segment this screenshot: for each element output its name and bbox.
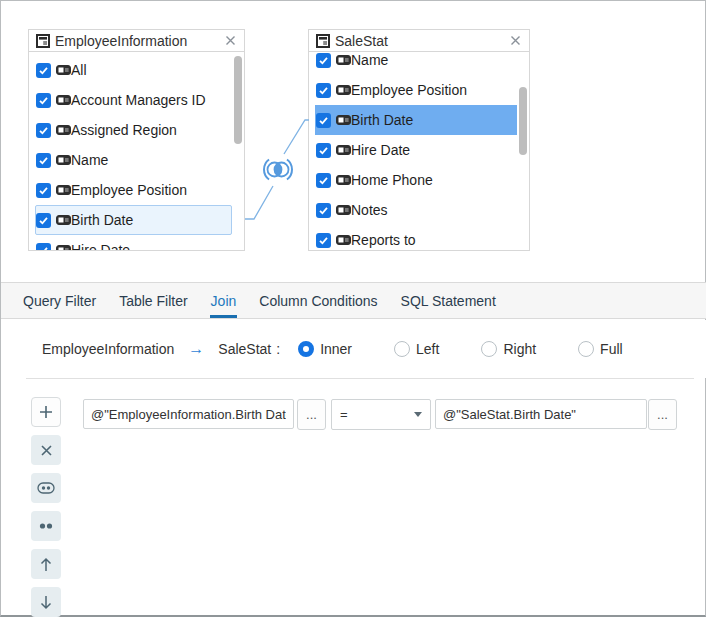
scrollbar-thumb[interactable] — [519, 87, 527, 155]
inner-join-icon[interactable] — [264, 160, 292, 180]
field-label: Assigned Region — [71, 122, 177, 138]
field-row[interactable]: Hire Date — [315, 135, 517, 165]
field-icon — [336, 55, 351, 65]
checkbox-checked[interactable] — [36, 153, 51, 168]
operator-value: = — [340, 407, 348, 422]
field-icon — [56, 125, 71, 135]
checkbox-checked[interactable] — [36, 63, 51, 78]
scrollbar[interactable] — [519, 54, 527, 248]
field-icon — [336, 85, 351, 95]
field-icon — [56, 185, 71, 195]
field-list: NameEmployee PositionBirth DateHire Date… — [309, 52, 529, 250]
radio-label: Full — [600, 341, 623, 357]
checkbox-checked[interactable] — [36, 243, 51, 251]
tab-join[interactable]: Join — [210, 283, 238, 318]
two-dots-icon — [38, 522, 54, 530]
tab-query-filter[interactable]: Query Filter — [22, 283, 97, 318]
caret-down-icon — [414, 412, 422, 417]
right-expression-input[interactable] — [435, 399, 647, 429]
radio-button-icon[interactable] — [481, 341, 497, 357]
field-icon — [336, 175, 351, 185]
radio-label: Inner — [320, 341, 352, 357]
field-row[interactable]: Notes — [315, 195, 517, 225]
separator — [26, 378, 694, 379]
checkbox-checked[interactable] — [316, 233, 331, 248]
field-row[interactable]: Home Phone — [315, 165, 517, 195]
check-icon — [38, 95, 49, 106]
radio-inner[interactable]: Inner — [298, 341, 352, 357]
radio-button-icon[interactable] — [394, 341, 410, 357]
check-icon — [38, 125, 49, 136]
delete-condition-button[interactable] — [31, 435, 61, 465]
radio-full[interactable]: Full — [578, 341, 623, 357]
field-row[interactable]: Name — [35, 145, 232, 175]
field-label: Account Managers ID — [71, 92, 206, 108]
field-row[interactable]: Hire Date — [35, 235, 232, 250]
field-row[interactable]: Account Managers ID — [35, 85, 232, 115]
tab-table-filter[interactable]: Table Filter — [118, 283, 188, 318]
check-icon — [38, 65, 49, 76]
table-icon — [36, 34, 50, 48]
checkbox-checked[interactable] — [36, 93, 51, 108]
field-row[interactable]: Assigned Region — [35, 115, 232, 145]
checkbox-checked[interactable] — [316, 83, 331, 98]
query-designer: EmployeeInformation AllAccount Managers … — [0, 0, 706, 617]
join-type-radio-group: InnerLeftRightFull — [298, 341, 665, 357]
tab-sql-statement[interactable]: SQL Statement — [400, 283, 497, 318]
group-conditions-button[interactable] — [31, 473, 61, 503]
radio-right[interactable]: Right — [481, 341, 536, 357]
field-row[interactable]: Employee Position — [315, 75, 517, 105]
checkbox-checked[interactable] — [36, 213, 51, 228]
close-icon[interactable] — [223, 34, 237, 48]
field-icon — [56, 245, 71, 250]
tab-bar: Query FilterTable FilterJoinColumn Condi… — [1, 282, 706, 319]
move-down-button[interactable] — [31, 587, 61, 617]
ungroup-conditions-button[interactable] — [31, 511, 61, 541]
field-row[interactable]: Name — [315, 52, 517, 75]
field-icon — [336, 235, 351, 245]
radio-label: Left — [416, 341, 439, 357]
tab-column-conditions[interactable]: Column Conditions — [258, 283, 378, 318]
field-label: Hire Date — [71, 242, 130, 250]
operator-select[interactable]: = — [331, 399, 431, 430]
field-row[interactable]: Birth Date — [35, 205, 232, 235]
join-colon: : — [276, 341, 280, 357]
join-connector — [241, 106, 321, 231]
radio-button-icon[interactable] — [298, 341, 314, 357]
panel-employee-information: EmployeeInformation AllAccount Managers … — [28, 29, 245, 251]
field-icon — [56, 215, 71, 225]
field-label: Birth Date — [71, 212, 133, 228]
checkbox-checked[interactable] — [36, 183, 51, 198]
field-label: Employee Position — [351, 82, 467, 98]
arrow-right-icon: → — [188, 340, 204, 358]
field-label: Notes — [351, 202, 388, 218]
checkbox-checked[interactable] — [36, 123, 51, 138]
join-right-table: SaleStat — [218, 341, 271, 357]
browse-right-button[interactable]: ... — [648, 399, 677, 430]
field-row[interactable]: Birth Date — [315, 105, 517, 135]
field-row[interactable]: Reports to — [315, 225, 517, 250]
close-icon[interactable] — [508, 34, 522, 48]
radio-button-icon[interactable] — [578, 341, 594, 357]
field-row[interactable]: Employee Position — [35, 175, 232, 205]
panel-header: SaleStat — [309, 30, 529, 52]
radio-label: Right — [503, 341, 536, 357]
field-row[interactable]: All — [35, 55, 232, 85]
field-list: AllAccount Managers IDAssigned RegionNam… — [29, 52, 244, 250]
radio-left[interactable]: Left — [394, 341, 439, 357]
field-label: Home Phone — [351, 172, 433, 188]
join-config-row: EmployeeInformation → SaleStat : InnerLe… — [1, 320, 706, 378]
checkbox-checked[interactable] — [316, 53, 331, 68]
browse-left-button[interactable]: ... — [297, 399, 326, 430]
x-icon — [40, 444, 53, 457]
plus-icon — [38, 404, 54, 420]
add-condition-button[interactable] — [31, 397, 61, 427]
field-icon — [56, 65, 71, 75]
field-label: All — [71, 62, 87, 78]
left-expression-input[interactable] — [83, 399, 294, 429]
field-label: Name — [71, 152, 108, 168]
check-icon — [318, 235, 329, 246]
field-icon — [56, 155, 71, 165]
move-up-button[interactable] — [31, 549, 61, 579]
check-icon — [318, 55, 329, 66]
